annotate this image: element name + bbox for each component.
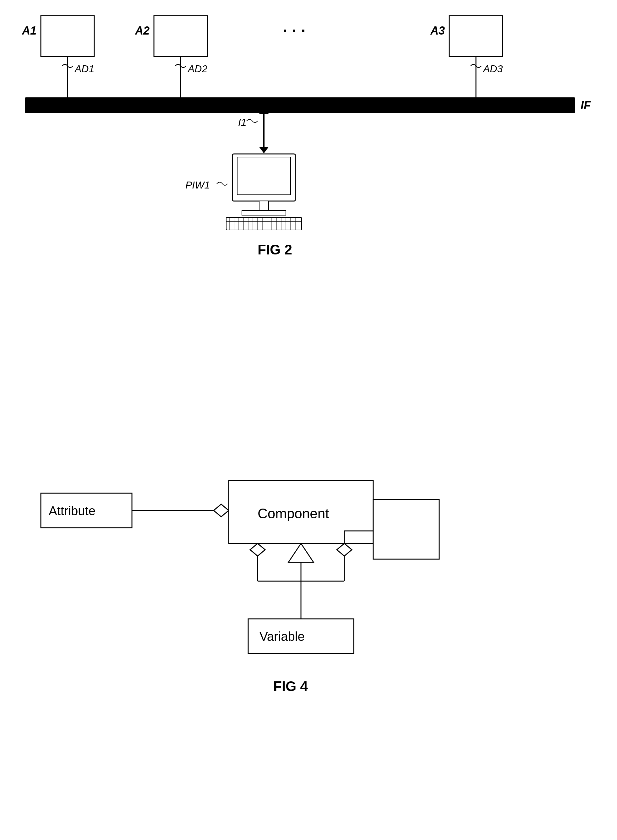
svg-rect-2 — [449, 16, 503, 56]
svg-rect-49 — [373, 499, 439, 559]
svg-rect-1 — [154, 16, 207, 56]
svg-rect-13 — [25, 97, 575, 113]
svg-marker-52 — [337, 543, 352, 556]
svg-marker-50 — [250, 543, 265, 556]
svg-rect-22 — [242, 211, 286, 215]
svg-rect-0 — [41, 16, 94, 56]
svg-text:AD3: AD3 — [483, 63, 503, 74]
svg-text:PIW1: PIW1 — [185, 179, 210, 191]
svg-text:A3: A3 — [430, 24, 445, 37]
svg-text:FIG 2: FIG 2 — [258, 242, 292, 257]
svg-text:I1: I1 — [238, 117, 247, 128]
svg-text:AD1: AD1 — [74, 63, 94, 74]
svg-rect-21 — [259, 201, 269, 211]
svg-text:Component: Component — [258, 506, 329, 521]
svg-marker-17 — [259, 108, 269, 114]
svg-rect-19 — [232, 154, 295, 201]
svg-rect-60 — [248, 619, 354, 653]
svg-text:A1: A1 — [22, 24, 37, 37]
svg-marker-51 — [288, 543, 313, 562]
svg-rect-43 — [41, 493, 132, 528]
svg-marker-16 — [259, 147, 269, 153]
svg-text:· · ·: · · · — [283, 21, 306, 40]
svg-text:FIG 4: FIG 4 — [273, 679, 308, 694]
svg-text:Variable: Variable — [260, 629, 305, 643]
svg-text:Attribute: Attribute — [49, 504, 96, 518]
svg-text:IF: IF — [580, 99, 591, 112]
diagram-svg: A1 A2 A3 · · · AD1 AD2 AD3 IF I1 — [0, 0, 617, 840]
svg-text:A2: A2 — [135, 24, 149, 37]
svg-text:AD2: AD2 — [187, 63, 207, 74]
svg-rect-47 — [229, 481, 373, 543]
page-container: A1 A2 A3 · · · AD1 AD2 AD3 IF I1 — [0, 0, 617, 840]
svg-rect-20 — [237, 157, 291, 195]
svg-marker-46 — [214, 504, 229, 517]
svg-rect-23 — [226, 217, 301, 230]
